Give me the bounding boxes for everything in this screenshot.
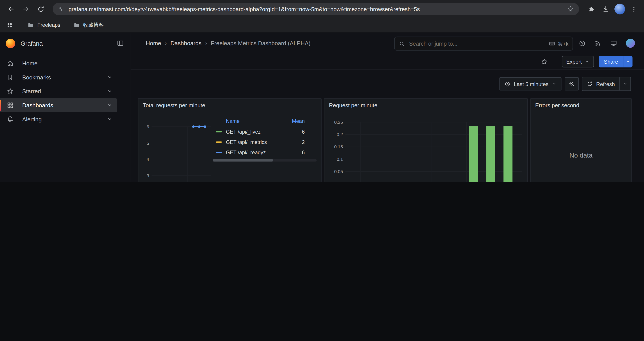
- browser-toolbar: [0, 0, 644, 18]
- zoom-out-button[interactable]: [565, 77, 579, 90]
- address-bar[interactable]: [52, 3, 579, 15]
- refresh-interval-dropdown[interactable]: [620, 77, 631, 90]
- chevron-down-icon[interactable]: [107, 103, 112, 108]
- user-avatar[interactable]: [626, 39, 635, 48]
- bar-chart[interactable]: [346, 122, 522, 182]
- share-label[interactable]: Share: [599, 56, 623, 67]
- chevron-down-icon[interactable]: [107, 116, 112, 122]
- sidebar-nav: Home Bookmarks Starred Dashboards: [0, 54, 131, 126]
- y-axis-tick: 0: [326, 181, 343, 182]
- y-axis-tick: 0.25: [326, 120, 343, 124]
- legend-scrollbar[interactable]: [213, 159, 317, 162]
- time-controls: Last 5 minutes Refresh: [499, 77, 631, 91]
- series-color-yellow: [216, 142, 222, 143]
- favorite-star-icon[interactable]: [540, 58, 548, 65]
- zoom-out-icon: [568, 81, 575, 87]
- active-indicator: [0, 100, 1, 111]
- sidebar-item-label: Dashboards: [22, 102, 53, 109]
- dashboards-icon: [6, 102, 14, 109]
- panel-title[interactable]: Total requests per minute: [143, 103, 205, 109]
- bookmark-icon: [6, 74, 14, 81]
- chevron-down-icon[interactable]: [107, 88, 112, 94]
- panel-title[interactable]: Request per minute: [329, 103, 378, 109]
- reload-button[interactable]: [34, 3, 47, 15]
- legend-header-mean[interactable]: Mean: [284, 119, 305, 124]
- series-name[interactable]: GET /api/_livez: [226, 129, 284, 135]
- monitor-icon[interactable]: [610, 40, 617, 47]
- y-axis-tick: 5: [139, 141, 149, 146]
- series-name[interactable]: GET /api/_metrics: [226, 139, 284, 145]
- bookmark-star-icon[interactable]: [567, 5, 574, 13]
- sidebar-header: Grafana: [0, 33, 131, 54]
- extensions-icon[interactable]: [585, 3, 597, 15]
- downloads-icon[interactable]: [600, 3, 612, 15]
- breadcrumb-home[interactable]: Home: [146, 40, 161, 47]
- bookmark-label: Freeleaps: [38, 22, 60, 28]
- panel-errors-per-second: Errors per second No data: [530, 98, 632, 182]
- export-button[interactable]: Export: [562, 56, 594, 67]
- site-settings-icon[interactable]: [58, 6, 64, 12]
- star-icon: [6, 88, 14, 95]
- browser-profile-avatar[interactable]: [614, 4, 625, 15]
- help-icon[interactable]: [579, 40, 586, 47]
- chevron-down-icon[interactable]: [107, 74, 112, 80]
- sidebar-item-label: Starred: [22, 88, 41, 95]
- legend-header-name[interactable]: Name: [226, 119, 284, 124]
- y-axis-tick: 3: [139, 173, 149, 178]
- legend-row: GET /api/_livez 6: [216, 127, 305, 137]
- search-input[interactable]: [408, 40, 549, 47]
- series-color-blue: [216, 152, 222, 153]
- series-name[interactable]: GET /api/_readyz: [226, 149, 284, 155]
- y-axis-tick: 0.2: [326, 132, 343, 137]
- share-dropdown-icon[interactable]: [623, 56, 632, 67]
- url-input[interactable]: [68, 6, 564, 13]
- keyboard-icon: [549, 40, 555, 47]
- breadcrumb: Home › Dashboards › Freeleaps Metrics Da…: [146, 33, 310, 54]
- panel-total-requests: Total requests per minute 6 5 4 3 2 17:4…: [138, 98, 322, 182]
- legend-row: GET /api/_readyz 6: [216, 147, 305, 158]
- legend-header: Name Mean: [216, 116, 305, 127]
- refresh-button-group: Refresh: [582, 77, 631, 91]
- browser-menu-icon[interactable]: [628, 3, 640, 15]
- sidebar-item-alerting[interactable]: Alerting: [0, 112, 116, 126]
- clock-icon: [504, 81, 510, 87]
- folder-icon: [28, 22, 34, 28]
- news-rss-icon[interactable]: [594, 40, 601, 47]
- y-axis-tick: 0.1: [326, 157, 343, 162]
- dock-menu-icon[interactable]: [116, 39, 125, 48]
- sidebar: Grafana Home Bookmarks Starred: [0, 33, 131, 182]
- series-mean: 6: [284, 129, 305, 135]
- grafana-logo[interactable]: [6, 38, 15, 48]
- main-area: Home › Dashboards › Freeleaps Metrics Da…: [131, 33, 644, 182]
- sidebar-item-starred[interactable]: Starred: [0, 84, 116, 98]
- y-axis-tick: 4: [139, 157, 149, 162]
- sidebar-item-home[interactable]: Home: [0, 56, 116, 71]
- dashboard-area: Last 5 minutes Refresh: [131, 70, 644, 182]
- bookmark-folder-freeleaps[interactable]: Freeleaps: [25, 20, 63, 30]
- refresh-button[interactable]: Refresh: [582, 77, 620, 90]
- legend-row: GET /api/_metrics 2: [216, 137, 305, 147]
- back-button[interactable]: [5, 3, 17, 15]
- brand-title: Grafana: [20, 40, 116, 47]
- search-box[interactable]: ⌘+k: [394, 37, 573, 51]
- forward-button[interactable]: [20, 3, 32, 15]
- apps-grid-icon[interactable]: [5, 21, 14, 30]
- y-axis-tick: 6: [139, 124, 149, 129]
- chevron-down-icon: [552, 81, 556, 86]
- series-color-green: [216, 131, 222, 133]
- sidebar-item-label: Alerting: [22, 116, 42, 122]
- bookmarks-bar: Freeleaps 收藏博客: [0, 18, 644, 33]
- chevron-down-icon: [584, 59, 590, 64]
- refresh-icon: [587, 81, 593, 87]
- time-series-chart[interactable]: [152, 127, 211, 182]
- bell-icon: [6, 116, 14, 123]
- bookmark-folder-blogs[interactable]: 收藏博客: [71, 20, 106, 30]
- sidebar-item-bookmarks[interactable]: Bookmarks: [0, 70, 116, 84]
- bookmark-label: 收藏博客: [83, 22, 104, 29]
- share-button[interactable]: Share: [599, 56, 632, 67]
- breadcrumb-dashboards[interactable]: Dashboards: [170, 40, 202, 47]
- panel-request-per-minute: Request per minute 0.25 0.2 0.15 0.1 0.0…: [324, 98, 528, 182]
- sidebar-item-dashboards[interactable]: Dashboards: [0, 98, 116, 112]
- series-mean: 2: [284, 139, 305, 145]
- time-range-picker[interactable]: Last 5 minutes: [499, 77, 562, 90]
